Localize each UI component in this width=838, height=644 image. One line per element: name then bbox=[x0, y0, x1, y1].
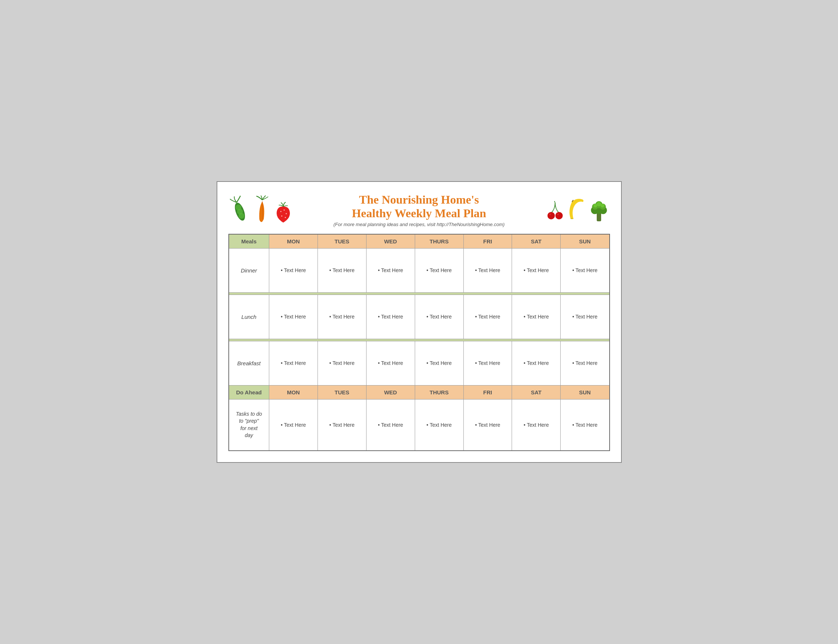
cherries-icon bbox=[546, 201, 564, 225]
do-ahead-wed: WED bbox=[366, 385, 415, 399]
do-ahead-mon: MON bbox=[269, 385, 318, 399]
svg-point-21 bbox=[593, 204, 598, 208]
header: The Nourishing Home's Healthy Weekly Mea… bbox=[228, 193, 610, 227]
breakfast-wed[interactable]: Text Here bbox=[366, 341, 415, 385]
dinner-sun[interactable]: Text Here bbox=[561, 248, 610, 292]
svg-point-6 bbox=[285, 213, 286, 214]
breakfast-thurs[interactable]: Text Here bbox=[415, 341, 463, 385]
svg-point-4 bbox=[280, 210, 281, 212]
carrot-icon bbox=[251, 196, 273, 225]
fri-header: FRI bbox=[463, 234, 512, 248]
lunch-row: Lunch Text Here Text Here Text Here Text… bbox=[229, 294, 610, 339]
do-ahead-header-row: Do Ahead MON TUES WED THURS FRI SAT SUN bbox=[229, 385, 610, 399]
svg-point-22 bbox=[601, 204, 604, 208]
header-icons-left bbox=[228, 196, 293, 225]
broccoli-icon bbox=[588, 196, 610, 225]
wed-header: WED bbox=[366, 234, 415, 248]
svg-point-7 bbox=[281, 215, 282, 217]
header-icons-right bbox=[546, 196, 610, 225]
tasks-label: Tasks to do to "prep" for next day bbox=[229, 399, 269, 451]
tasks-tues[interactable]: Text Here bbox=[318, 399, 366, 451]
svg-point-9 bbox=[547, 212, 555, 219]
tasks-row: Tasks to do to "prep" for next day Text … bbox=[229, 399, 610, 451]
breakfast-row: Breakfast Text Here Text Here Text Here … bbox=[229, 341, 610, 385]
do-ahead-sat: SAT bbox=[512, 385, 561, 399]
dinner-mon[interactable]: Text Here bbox=[269, 248, 318, 292]
svg-point-8 bbox=[285, 217, 286, 218]
mon-header: MON bbox=[269, 234, 318, 248]
meals-header: Meals bbox=[229, 234, 269, 248]
lunch-thurs[interactable]: Text Here bbox=[415, 294, 463, 339]
dinner-thurs[interactable]: Text Here bbox=[415, 248, 463, 292]
breakfast-mon[interactable]: Text Here bbox=[269, 341, 318, 385]
dinner-row: Dinner Text Here Text Here Text Here Tex… bbox=[229, 248, 610, 292]
meal-plan-table: Meals MON TUES WED THURS FRI SAT SUN Din… bbox=[228, 234, 610, 451]
dinner-fri[interactable]: Text Here bbox=[463, 248, 512, 292]
lunch-sun[interactable]: Text Here bbox=[561, 294, 610, 339]
tues-header: TUES bbox=[318, 234, 366, 248]
breakfast-sat[interactable]: Text Here bbox=[512, 341, 561, 385]
tasks-thurs[interactable]: Text Here bbox=[415, 399, 463, 451]
tasks-sat[interactable]: Text Here bbox=[512, 399, 561, 451]
tasks-fri[interactable]: Text Here bbox=[463, 399, 512, 451]
subtitle: (For more meal planning ideas and recipe… bbox=[333, 222, 505, 227]
tasks-sun[interactable]: Text Here bbox=[561, 399, 610, 451]
sun-header: SUN bbox=[561, 234, 610, 248]
dinner-label: Dinner bbox=[229, 248, 269, 292]
title-line1: The Nourishing Home's bbox=[333, 193, 505, 207]
do-ahead-thurs: THURS bbox=[415, 385, 463, 399]
svg-point-5 bbox=[283, 209, 284, 210]
do-ahead-fri: FRI bbox=[463, 385, 512, 399]
header-text: The Nourishing Home's Healthy Weekly Mea… bbox=[333, 193, 505, 227]
lunch-fri[interactable]: Text Here bbox=[463, 294, 512, 339]
svg-point-11 bbox=[549, 213, 551, 215]
dinner-sat[interactable]: Text Here bbox=[512, 248, 561, 292]
title-line2: Healthy Weekly Meal Plan bbox=[333, 207, 505, 220]
dinner-tues[interactable]: Text Here bbox=[318, 248, 366, 292]
lunch-sat[interactable]: Text Here bbox=[512, 294, 561, 339]
breakfast-tues[interactable]: Text Here bbox=[318, 341, 366, 385]
days-header-row: Meals MON TUES WED THURS FRI SAT SUN bbox=[229, 234, 610, 248]
do-ahead-sun: SUN bbox=[561, 385, 610, 399]
lunch-label: Lunch bbox=[229, 294, 269, 339]
svg-point-20 bbox=[597, 202, 601, 206]
lunch-mon[interactable]: Text Here bbox=[269, 294, 318, 339]
strawberry-icon bbox=[274, 201, 293, 225]
tasks-mon[interactable]: Text Here bbox=[269, 399, 318, 451]
tasks-wed[interactable]: Text Here bbox=[366, 399, 415, 451]
do-ahead-tues: TUES bbox=[318, 385, 366, 399]
do-ahead-label: Do Ahead bbox=[229, 385, 269, 399]
page: The Nourishing Home's Healthy Weekly Mea… bbox=[217, 181, 622, 463]
breakfast-label: Breakfast bbox=[229, 341, 269, 385]
pea-pod-icon bbox=[228, 196, 250, 225]
lunch-wed[interactable]: Text Here bbox=[366, 294, 415, 339]
breakfast-fri[interactable]: Text Here bbox=[463, 341, 512, 385]
svg-point-12 bbox=[557, 213, 558, 215]
lunch-tues[interactable]: Text Here bbox=[318, 294, 366, 339]
dinner-wed[interactable]: Text Here bbox=[366, 248, 415, 292]
breakfast-sun[interactable]: Text Here bbox=[561, 341, 610, 385]
banana-icon bbox=[565, 196, 587, 225]
sat-header: SAT bbox=[512, 234, 561, 248]
thurs-header: THURS bbox=[415, 234, 463, 248]
svg-point-10 bbox=[555, 212, 563, 219]
